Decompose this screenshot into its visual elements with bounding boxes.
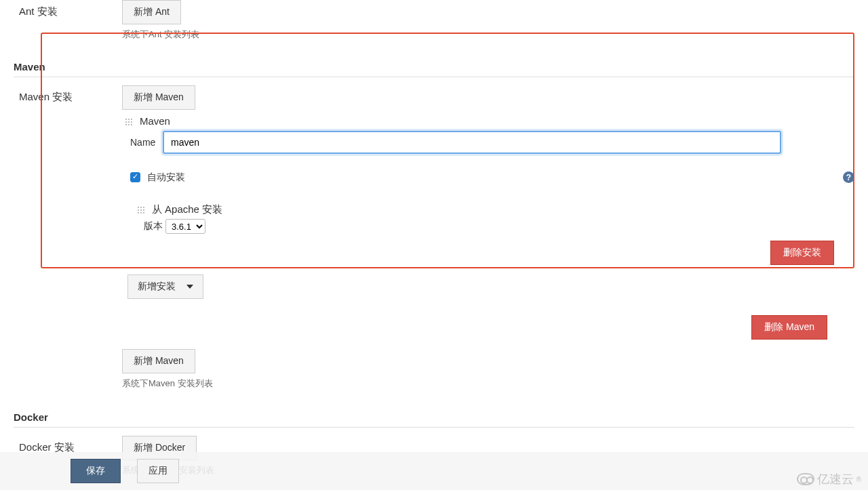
add-ant-button[interactable]: 新增 Ant bbox=[122, 0, 181, 24]
version-label: 版本 bbox=[144, 220, 163, 232]
divider bbox=[14, 427, 854, 428]
docker-install-label: Docker 安装 bbox=[14, 436, 122, 454]
divider bbox=[14, 77, 854, 77]
add-maven-button-bottom[interactable]: 新增 Maven bbox=[122, 349, 195, 373]
maven-desc: 系统下Maven 安装列表 bbox=[122, 377, 854, 390]
maven-name-input[interactable] bbox=[163, 131, 781, 154]
drag-handle-icon[interactable] bbox=[137, 206, 145, 214]
help-icon[interactable]: ? bbox=[843, 171, 854, 183]
save-button[interactable]: 保存 bbox=[71, 459, 121, 483]
watermark-text: 亿速云 bbox=[817, 471, 854, 487]
watermark: 亿速云® bbox=[797, 471, 861, 487]
cloud-icon bbox=[797, 473, 814, 485]
add-maven-button-top[interactable]: 新增 Maven bbox=[122, 85, 195, 110]
maven-version-select[interactable]: 3.6.1 bbox=[165, 219, 205, 234]
name-label: Name bbox=[130, 137, 160, 148]
installer-title: 从 Apache 安装 bbox=[152, 203, 222, 215]
drag-handle-icon[interactable] bbox=[125, 118, 133, 126]
ant-install-label: Ant 安装 bbox=[14, 0, 122, 18]
add-installer-dropdown[interactable]: 新增安装 bbox=[127, 274, 203, 299]
ant-desc: 系统下Ant 安装列表 bbox=[122, 28, 854, 41]
footer-bar: 保存 应用 bbox=[0, 452, 868, 490]
auto-install-checkbox[interactable] bbox=[130, 172, 140, 182]
apply-button[interactable]: 应用 bbox=[137, 459, 179, 483]
add-installer-label: 新增安装 bbox=[138, 281, 176, 293]
auto-install-label: 自动安装 bbox=[147, 171, 185, 184]
chevron-down-icon bbox=[186, 285, 193, 289]
maven-section-title: Maven bbox=[14, 53, 854, 77]
maven-install-label: Maven 安装 bbox=[14, 85, 122, 104]
docker-section-title: Docker bbox=[14, 403, 854, 427]
delete-maven-button[interactable]: 删除 Maven bbox=[751, 315, 827, 340]
delete-installer-button[interactable]: 删除安装 bbox=[770, 241, 834, 265]
maven-installation-title: Maven bbox=[140, 115, 170, 127]
